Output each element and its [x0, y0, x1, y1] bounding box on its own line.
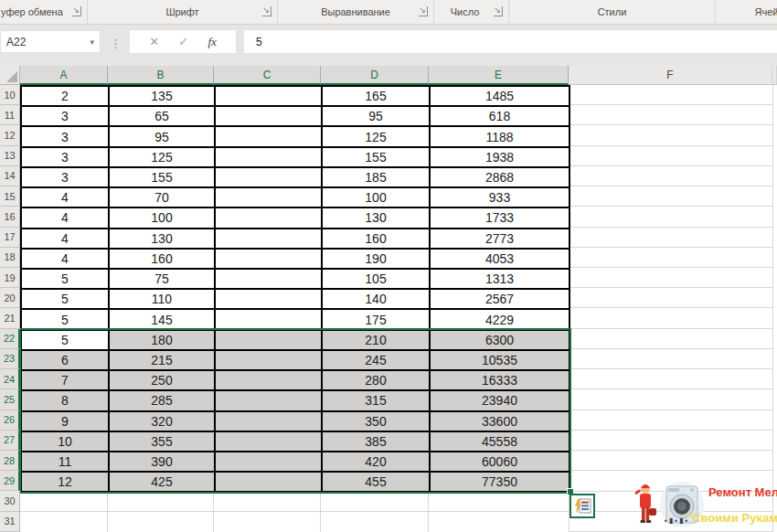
cell-E11[interactable]: 618: [430, 106, 569, 126]
cell-E20[interactable]: 2567: [430, 289, 569, 309]
cell-C25[interactable]: [215, 390, 322, 410]
cell-A29[interactable]: 12: [21, 472, 109, 492]
cell-B16[interactable]: 100: [109, 207, 215, 228]
cell-D22[interactable]: 210: [322, 330, 430, 350]
cell-E23[interactable]: 10535: [430, 350, 569, 370]
cell-C29[interactable]: [215, 472, 322, 492]
cell-E24[interactable]: 16333: [430, 370, 569, 390]
cell-D18[interactable]: 190: [322, 249, 430, 269]
cancel-icon[interactable]: ✕: [149, 35, 159, 48]
row-header-31[interactable]: 31: [0, 512, 20, 532]
cell-D28[interactable]: 420: [322, 452, 430, 472]
column-header-B[interactable]: B: [108, 66, 214, 85]
cell-A23[interactable]: 6: [21, 350, 109, 370]
cell-E27[interactable]: 45558: [430, 431, 569, 452]
cell-A17[interactable]: 4: [21, 229, 109, 249]
cell-A28[interactable]: 11: [21, 452, 109, 472]
cell-D13[interactable]: 155: [322, 147, 430, 167]
cell-A26[interactable]: 9: [21, 411, 109, 431]
cell-B10[interactable]: 135: [109, 86, 215, 106]
cell-E14[interactable]: 2868: [430, 167, 569, 187]
cell-B27[interactable]: 355: [109, 431, 215, 452]
cell-C10[interactable]: [215, 86, 322, 106]
row-header-29[interactable]: 29: [0, 471, 20, 491]
cell-C14[interactable]: [215, 167, 322, 187]
cell-C18[interactable]: [215, 249, 322, 269]
row-header-19[interactable]: 19: [0, 268, 20, 288]
cell-B19[interactable]: 75: [109, 269, 215, 289]
cell-D20[interactable]: 140: [322, 289, 430, 309]
row-header-13[interactable]: 13: [0, 146, 20, 166]
chevron-down-icon[interactable]: ▾: [90, 37, 100, 47]
cell-E13[interactable]: 1938: [430, 147, 569, 167]
row-header-20[interactable]: 20: [0, 288, 20, 308]
cell-D10[interactable]: 165: [322, 86, 430, 106]
row-header-24[interactable]: 24: [0, 369, 20, 389]
cell-B26[interactable]: 320: [109, 411, 215, 431]
cell-E19[interactable]: 1313: [430, 269, 569, 289]
cell-A15[interactable]: 4: [21, 187, 109, 207]
dialog-launcher-icon[interactable]: ↘: [72, 6, 81, 16]
cell-D27[interactable]: 385: [322, 431, 430, 452]
formula-bar-handle-icon[interactable]: ⋮: [110, 37, 122, 49]
cell-D21[interactable]: 175: [322, 309, 430, 329]
cell-C15[interactable]: [215, 187, 322, 207]
cell-A22[interactable]: 5: [21, 330, 109, 350]
dialog-launcher-icon[interactable]: ↘: [494, 6, 503, 16]
row-header-28[interactable]: 28: [0, 451, 20, 471]
cell-D14[interactable]: 185: [322, 167, 430, 187]
cell-C27[interactable]: [215, 431, 322, 452]
cell-A18[interactable]: 4: [21, 249, 109, 269]
cell-B12[interactable]: 95: [109, 126, 215, 146]
row-header-22[interactable]: 22: [0, 329, 20, 349]
cell-E16[interactable]: 1733: [430, 207, 569, 228]
cell-D11[interactable]: 95: [322, 106, 430, 126]
cell-C13[interactable]: [215, 147, 322, 167]
cell-E22[interactable]: 6300: [430, 330, 569, 350]
cell-A25[interactable]: 8: [21, 390, 109, 410]
cell-B23[interactable]: 215: [109, 350, 215, 370]
row-header-30[interactable]: 30: [0, 491, 20, 511]
column-header-E[interactable]: E: [429, 66, 569, 85]
cell-C21[interactable]: [215, 309, 322, 329]
cell-B28[interactable]: 390: [109, 452, 215, 472]
cell-B25[interactable]: 285: [109, 390, 215, 410]
cell-B29[interactable]: 425: [109, 472, 215, 492]
row-header-26[interactable]: 26: [0, 410, 20, 431]
row-header-21[interactable]: 21: [0, 308, 20, 328]
cell-D29[interactable]: 455: [322, 472, 430, 492]
cell-D23[interactable]: 245: [322, 350, 430, 370]
cell-B15[interactable]: 70: [109, 187, 215, 207]
cell-D15[interactable]: 100: [322, 187, 430, 207]
select-all-button[interactable]: [0, 66, 20, 85]
cell-C12[interactable]: [215, 126, 322, 146]
cell-B13[interactable]: 125: [109, 147, 215, 167]
cell-E18[interactable]: 4053: [430, 249, 569, 269]
cell-C11[interactable]: [215, 106, 322, 126]
cell-B24[interactable]: 250: [109, 370, 215, 390]
cell-E12[interactable]: 1188: [430, 126, 569, 146]
cell-C17[interactable]: [215, 229, 322, 249]
formula-input[interactable]: 5: [244, 30, 777, 53]
cell-D12[interactable]: 125: [322, 126, 430, 146]
insert-function-icon[interactable]: fx: [208, 35, 216, 49]
name-box[interactable]: A22 ▾: [0, 30, 101, 53]
paste-options-button[interactable]: [569, 494, 595, 518]
column-header-partial[interactable]: [772, 66, 777, 85]
cell-C22[interactable]: [215, 330, 322, 350]
cell-A27[interactable]: 10: [21, 431, 109, 452]
cell-C16[interactable]: [215, 207, 322, 228]
column-header-F[interactable]: F: [569, 66, 772, 85]
cell-B17[interactable]: 130: [109, 229, 215, 249]
row-header-23[interactable]: 23: [0, 349, 20, 369]
cell-E29[interactable]: 77350: [430, 472, 569, 492]
row-header-11[interactable]: 11: [0, 105, 20, 125]
dialog-launcher-icon[interactable]: ↘: [262, 6, 271, 16]
row-header-15[interactable]: 15: [0, 186, 20, 207]
row-header-10[interactable]: 10: [0, 85, 20, 105]
cell-E28[interactable]: 60060: [430, 452, 569, 472]
column-header-A[interactable]: A: [20, 66, 108, 85]
cell-E17[interactable]: 2773: [430, 229, 569, 249]
cell-D16[interactable]: 130: [322, 207, 430, 228]
cell-C24[interactable]: [215, 370, 322, 390]
